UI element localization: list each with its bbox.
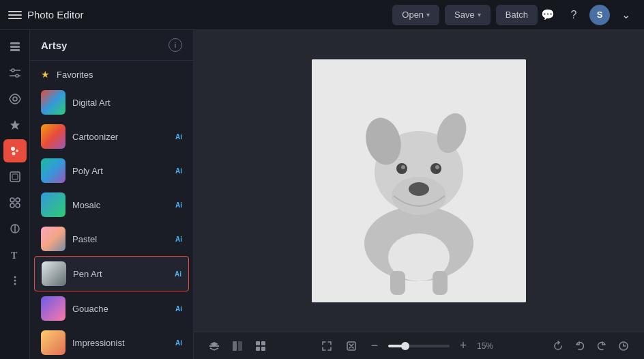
svg-point-10	[11, 147, 15, 151]
effect-thumb	[41, 124, 65, 149]
svg-point-31	[409, 182, 429, 196]
batch-button[interactable]: Batch	[496, 5, 538, 25]
svg-rect-37	[390, 271, 405, 295]
ai-badge: Ai	[175, 305, 182, 313]
sidebar-icons: T	[0, 30, 30, 359]
svg-rect-38	[433, 271, 448, 295]
open-button[interactable]: Open ▾	[392, 5, 439, 25]
effect-thumb	[41, 296, 65, 321]
header-right: 💬 ? S ⌄	[538, 5, 636, 25]
ai-badge: Ai	[175, 133, 182, 141]
info-icon[interactable]: i	[169, 38, 182, 52]
effect-thumb	[41, 90, 65, 115]
effect-item-pen-art[interactable]: Pen Art Ai	[34, 256, 189, 291]
toolbar-center: − + 15%	[276, 336, 543, 356]
sidebar-icon-overlays[interactable]	[3, 217, 27, 240]
ai-badge: Ai	[175, 339, 182, 347]
toolbar-left	[205, 336, 270, 356]
expand-icon-button[interactable]: ⌄	[615, 5, 636, 25]
compare-toolbar-btn[interactable]	[228, 336, 247, 356]
svg-point-16	[16, 198, 20, 202]
svg-point-23	[14, 280, 16, 282]
help-icon-button[interactable]: ?	[564, 5, 584, 25]
ai-badge: Ai	[175, 201, 182, 209]
sidebar-icon-text[interactable]: T	[3, 243, 27, 266]
svg-point-11	[16, 149, 18, 152]
svg-rect-45	[261, 347, 265, 351]
favorites-star-icon: ★	[41, 69, 50, 80]
header-left: Photo Editor	[8, 8, 392, 22]
svg-rect-14	[12, 174, 18, 180]
ai-badge: Ai	[175, 235, 182, 243]
save-button[interactable]: Save ▾	[445, 5, 491, 25]
svg-point-6	[16, 74, 18, 77]
sidebar-icon-adjust[interactable]	[3, 61, 27, 85]
grid-toolbar-btn[interactable]	[251, 336, 270, 356]
effect-name: Gouache	[72, 304, 169, 314]
zoom-slider[interactable]	[388, 345, 450, 347]
header: Photo Editor Open ▾ Save ▾ Batch 💬 ? S ⌄	[0, 0, 644, 30]
svg-point-3	[12, 69, 14, 72]
panel-header: Artsy i	[30, 30, 193, 61]
header-center: Open ▾ Save ▾ Batch	[392, 5, 538, 25]
sidebar-icon-layers[interactable]	[3, 35, 27, 59]
rotate-left-btn[interactable]	[548, 336, 568, 356]
sidebar-icon-artsy[interactable]	[3, 139, 27, 162]
user-avatar-button[interactable]: S	[589, 5, 610, 25]
ai-badge: Ai	[175, 270, 181, 278]
effect-item-poly-art[interactable]: Poly Art Ai	[30, 154, 193, 188]
fit-screen-btn[interactable]	[317, 336, 336, 356]
canvas-area: − + 15%	[194, 30, 644, 359]
effects-list: ★ Favorites Digital Art Cartoonizer Ai P…	[30, 61, 193, 359]
svg-text:T: T	[11, 250, 18, 261]
effect-item-cartoonizer[interactable]: Cartoonizer Ai	[30, 119, 193, 154]
effect-name: Pastel	[72, 234, 169, 244]
svg-rect-2	[10, 49, 20, 51]
effect-item-mosaic[interactable]: Mosaic Ai	[30, 188, 193, 222]
svg-rect-42	[256, 341, 260, 345]
effect-name: Poly Art	[72, 166, 169, 176]
svg-rect-0	[10, 42, 20, 44]
effect-item-digital-art[interactable]: Digital Art	[30, 85, 193, 119]
sidebar-icon-more[interactable]	[3, 269, 27, 292]
redo-btn[interactable]	[592, 336, 611, 356]
layers-toolbar-btn[interactable]	[205, 336, 224, 356]
svg-point-35	[435, 165, 439, 169]
ai-badge: Ai	[175, 167, 182, 175]
effect-thumb	[41, 192, 65, 217]
undo-btn[interactable]	[570, 336, 589, 356]
effects-panel: Artsy i ★ Favorites Digital Art Cartooni…	[30, 30, 194, 359]
svg-point-9	[13, 97, 17, 101]
svg-point-18	[16, 203, 20, 207]
image-container	[312, 59, 526, 302]
effect-item-pastel[interactable]: Pastel Ai	[30, 222, 193, 256]
sidebar-icon-elements[interactable]	[3, 191, 27, 214]
effect-name: Mosaic	[72, 200, 169, 210]
save-chevron-icon: ▾	[478, 11, 481, 18]
toolbar-right	[548, 336, 633, 356]
sidebar-icon-frames[interactable]	[3, 165, 27, 188]
svg-point-22	[14, 276, 16, 278]
svg-rect-13	[10, 172, 20, 182]
chat-icon-button[interactable]: 💬	[538, 5, 558, 25]
effect-name: Pen Art	[73, 269, 168, 279]
zoom-in-btn[interactable]: +	[455, 338, 471, 354]
svg-rect-44	[256, 347, 260, 351]
history-btn[interactable]	[614, 336, 633, 356]
zoom-percent: 15%	[477, 341, 501, 351]
effect-thumb	[42, 261, 66, 286]
effect-thumb	[41, 227, 65, 251]
sidebar-icon-effects[interactable]	[3, 113, 27, 137]
svg-point-17	[10, 203, 14, 207]
effect-item-favorites[interactable]: ★ Favorites	[30, 63, 193, 85]
svg-point-12	[12, 152, 15, 156]
effect-name: Favorites	[57, 70, 182, 80]
actual-size-btn[interactable]	[342, 336, 361, 356]
zoom-out-btn[interactable]: −	[366, 338, 383, 354]
app-title: Photo Editor	[27, 9, 84, 20]
menu-icon[interactable]	[8, 8, 22, 22]
effect-item-gouache[interactable]: Gouache Ai	[30, 291, 193, 326]
svg-point-15	[10, 198, 14, 202]
effect-item-impressionist[interactable]: Impressionist Ai	[30, 326, 193, 359]
sidebar-icon-view[interactable]	[3, 87, 27, 111]
